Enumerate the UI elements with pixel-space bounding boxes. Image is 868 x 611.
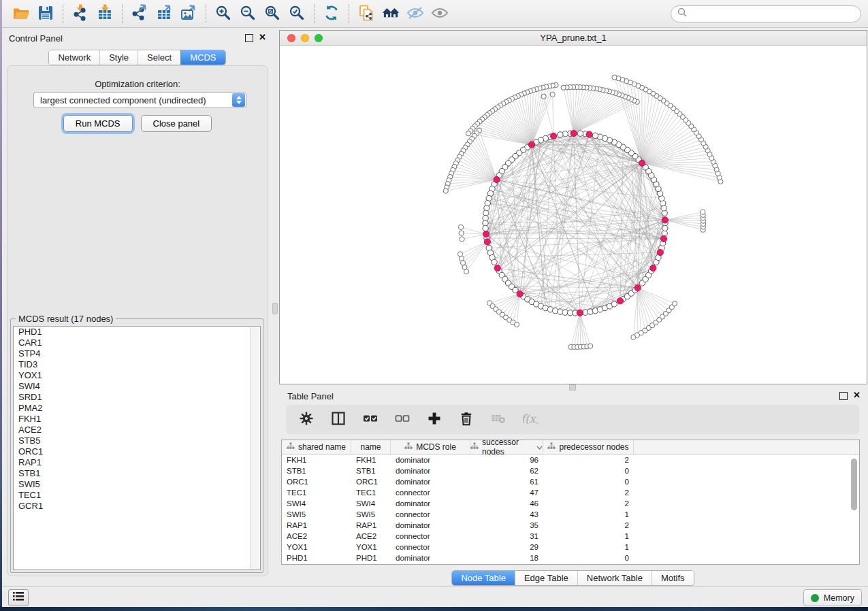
network-leaf-node[interactable] <box>457 252 462 257</box>
table-cell[interactable]: 46 <box>470 499 543 508</box>
network-leaf-node[interactable] <box>612 75 617 80</box>
sort-caret-icon[interactable] <box>536 442 543 452</box>
table-cell[interactable]: dominator <box>391 554 470 562</box>
zoom-fit-button[interactable] <box>260 2 285 25</box>
network-window-titlebar[interactable]: YPA_prune.txt_1 <box>280 31 867 46</box>
split-view-button[interactable] <box>331 411 346 428</box>
network-leaf-node[interactable] <box>550 92 555 97</box>
table-cell[interactable]: dominator <box>391 521 470 529</box>
table-cell[interactable]: 1 <box>543 510 634 518</box>
table-cell[interactable]: STB1 <box>282 467 351 475</box>
table-row[interactable]: PHD1PHD1dominator180 <box>282 552 859 563</box>
table-cell[interactable]: RAP1 <box>351 521 391 529</box>
network-leaf-node[interactable] <box>443 188 448 193</box>
table-cell[interactable]: dominator <box>391 478 470 486</box>
table-cell[interactable]: TEC1 <box>282 489 351 497</box>
network-hub-node[interactable] <box>650 265 656 271</box>
table-cell[interactable]: 29 <box>470 543 543 551</box>
network-hub-node[interactable] <box>484 239 490 245</box>
network-node[interactable] <box>577 131 583 136</box>
float-table-panel-icon[interactable] <box>839 392 848 400</box>
open-file-button[interactable] <box>9 2 33 25</box>
tab-style[interactable]: Style <box>99 50 138 65</box>
table-cell[interactable]: 2 <box>543 499 634 508</box>
column-header-shared-name[interactable]: shared name <box>282 440 351 454</box>
table-row[interactable]: SWI4SWI4dominator462 <box>282 498 859 509</box>
mcds-result-item[interactable]: PMA2 <box>14 403 260 414</box>
mcds-result-item[interactable]: YOX1 <box>14 370 260 381</box>
column-header-name[interactable]: name <box>351 440 391 454</box>
float-panel-icon[interactable] <box>245 34 253 42</box>
save-session-button[interactable] <box>33 2 58 25</box>
mcds-result-item[interactable]: STP4 <box>14 348 260 359</box>
clone-network-button[interactable] <box>354 2 379 25</box>
trash-button[interactable] <box>459 411 474 428</box>
table-cell[interactable]: PHD1 <box>282 554 351 562</box>
show-all-button[interactable] <box>428 2 452 25</box>
close-table-panel-icon[interactable]: ✕ <box>853 391 861 400</box>
table-cell[interactable]: SWI5 <box>282 510 351 518</box>
table-row[interactable]: FKH1FKH1dominator962 <box>282 455 859 465</box>
table-cell[interactable]: PHD1 <box>351 554 391 562</box>
table-cell[interactable]: 47 <box>470 489 543 497</box>
result-list-scrollbar[interactable] <box>250 327 259 569</box>
network-node[interactable] <box>611 301 617 307</box>
table-cell[interactable]: SWI4 <box>282 499 351 508</box>
tab-network-table[interactable]: Network Table <box>577 571 652 585</box>
mcds-result-item[interactable]: SWI4 <box>14 381 260 392</box>
table-cell[interactable]: 35 <box>470 521 543 529</box>
table-cell[interactable]: 61 <box>470 478 543 486</box>
run-mcds-button[interactable]: Run MCDS <box>63 115 133 132</box>
column-header-MCDS-role[interactable]: MCDS role <box>391 440 470 454</box>
network-leaf-node[interactable] <box>673 301 677 306</box>
network-hub-node[interactable] <box>570 130 577 136</box>
table-scrollbar[interactable] <box>850 457 858 561</box>
table-cell[interactable]: dominator <box>391 456 470 464</box>
optimization-criterion-select[interactable]: largest connected component (undirected) <box>33 92 246 108</box>
network-hub-node[interactable] <box>657 249 663 255</box>
network-leaf-node[interactable] <box>514 322 519 327</box>
zoom-out-button[interactable] <box>236 2 260 25</box>
mcds-result-item[interactable]: STB5 <box>14 435 260 446</box>
table-cell[interactable]: 43 <box>470 510 543 518</box>
network-leaf-node[interactable] <box>459 231 464 235</box>
network-leaf-node[interactable] <box>464 269 469 274</box>
table-cell[interactable]: ACE2 <box>351 532 391 540</box>
table-cell[interactable]: 0 <box>543 554 634 562</box>
table-row[interactable]: ORC1ORC1dominator610 <box>282 476 859 487</box>
table-cell[interactable]: connector <box>391 543 470 551</box>
table-cell[interactable]: 96 <box>470 456 543 464</box>
network-hub-node[interactable] <box>639 160 645 166</box>
table-cell[interactable]: 2 <box>543 521 634 529</box>
mcds-result-item[interactable]: ORC1 <box>14 446 260 457</box>
mcds-result-item[interactable]: FKH1 <box>14 414 260 425</box>
mcds-result-item[interactable]: SRD1 <box>14 392 260 403</box>
table-cell[interactable]: connector <box>391 489 470 497</box>
search-input[interactable] <box>691 8 854 20</box>
dropdown-stepper-icon[interactable] <box>232 93 245 107</box>
network-hub-node[interactable] <box>483 231 489 237</box>
tab-network[interactable]: Network <box>49 50 99 65</box>
table-cell[interactable]: 1 <box>543 543 634 551</box>
tab-select[interactable]: Select <box>138 50 180 65</box>
table-cell[interactable]: dominator <box>391 467 470 475</box>
splitter-grip-icon[interactable] <box>272 303 278 314</box>
table-cell[interactable]: 1 <box>543 532 634 540</box>
first-neighbors-button[interactable] <box>379 2 403 25</box>
mcds-result-item[interactable]: PHD1 <box>14 327 260 337</box>
mcds-result-list[interactable]: PHD1CAR1STP4TID3YOX1SWI4SRD1PMA2FKH1ACE2… <box>13 326 261 570</box>
table-cell[interactable]: 18 <box>470 554 543 562</box>
zoom-selected-button[interactable] <box>285 2 309 25</box>
export-network-button[interactable] <box>127 2 152 25</box>
table-row[interactable]: ACE2ACE2connector311 <box>282 531 859 542</box>
network-node[interactable] <box>483 225 488 231</box>
table-cell[interactable]: connector <box>391 532 470 540</box>
network-node[interactable] <box>592 133 598 138</box>
table-cell[interactable]: 2 <box>543 489 634 497</box>
network-hub-node[interactable] <box>517 291 523 297</box>
mcds-result-item[interactable]: CAR1 <box>14 337 260 348</box>
table-cell[interactable]: YOX1 <box>351 543 391 551</box>
mcds-result-item[interactable]: TID3 <box>14 359 260 370</box>
tab-motifs[interactable]: Motifs <box>652 571 694 585</box>
network-hub-node[interactable] <box>551 133 557 139</box>
